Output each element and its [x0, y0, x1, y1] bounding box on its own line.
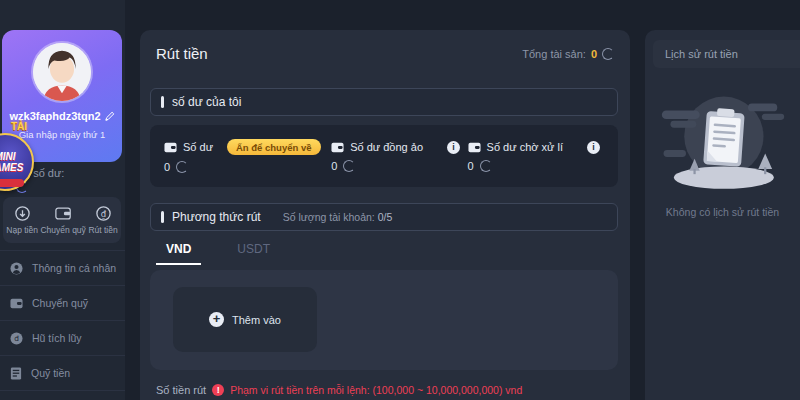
info-icon[interactable] — [587, 141, 600, 154]
balance-cards: Số dư Ấn để chuyển về 0 Số dư đồng ảo 0 — [150, 125, 618, 187]
mini-games-badge[interactable]: MINI GAMES — [0, 133, 34, 191]
account-count: Số lượng tài khoản: 0/5 — [283, 211, 393, 223]
balance-card-pending: Số dư chờ xử lí 0 — [468, 125, 604, 187]
menu-label: Thông tin cá nhân — [32, 262, 116, 274]
svg-text:đ: đ — [14, 334, 19, 343]
avatar — [33, 43, 91, 101]
refresh-icon[interactable] — [480, 160, 492, 172]
withdraw-icon: ₫ — [95, 205, 112, 222]
warning-icon — [212, 384, 224, 396]
total-assets-row: Tổng tài sản: 0 — [522, 48, 614, 60]
balance-section-header: số dư của tôi — [150, 88, 618, 116]
balance-label: Số dư chờ xử lí — [487, 141, 563, 153]
wallet-icon — [331, 142, 344, 153]
total-assets-value: 0 — [591, 48, 597, 60]
transfer-back-button[interactable]: Ấn để chuyển về — [227, 139, 321, 155]
balance-card-main: Số dư Ấn để chuyển về 0 — [164, 125, 331, 187]
sidebar-item-transfer[interactable]: Chuyển quỹ — [0, 286, 125, 321]
empty-history-text: Không có lịch sử rút tiền — [645, 206, 800, 218]
withdraw-action[interactable]: ₫ Rút tiền — [88, 205, 117, 235]
badge-ribbon — [0, 179, 24, 187]
balance-label: Số dư đồng ảo — [350, 141, 423, 153]
withdraw-amount-row: Số tiền rút Phạm vi rút tiền trên mỗi lệ… — [156, 384, 522, 396]
profile-card: wzk3faphdz3tqn2 Gia nhập ngày thứ 1 TẢI … — [2, 30, 122, 162]
transfer-action[interactable]: Chuyển quỹ — [40, 205, 85, 235]
balance-section-title: số dư của tôi — [172, 95, 241, 109]
menu-label: Chuyển quỹ — [32, 297, 88, 309]
avatar-illustration — [33, 43, 91, 101]
currency-tabs: VND USDT — [156, 238, 280, 260]
sidebar: wzk3faphdz3tqn2 Gia nhập ngày thứ 1 TẢI … — [0, 0, 125, 400]
info-icon[interactable] — [447, 141, 460, 154]
tab-vnd[interactable]: VND — [156, 238, 201, 260]
accent-bar — [161, 211, 164, 223]
total-assets-label: Tổng tài sản: — [522, 48, 586, 60]
menu-label: Quỹ tiền — [31, 367, 70, 379]
withdraw-label: Rút tiền — [88, 225, 117, 235]
deposit-label: Nạp tiền — [6, 225, 38, 235]
svg-text:₫: ₫ — [100, 209, 106, 219]
account-count-value: 0/5 — [378, 211, 393, 223]
quick-actions: Nạp tiền Chuyển quỹ ₫ Rút tiền — [3, 197, 121, 243]
add-account-button[interactable]: Thêm vào — [173, 287, 317, 352]
page-title: Rút tiền — [156, 45, 208, 62]
balance-value: 0 — [468, 160, 474, 172]
transfer-icon — [55, 205, 72, 222]
amount-warning-text: Phạm vi rút tiền trên mỗi lệnh: (100,000… — [230, 384, 522, 396]
balance-card-virtual: Số dư đồng ảo 0 — [331, 125, 467, 187]
edit-username-icon[interactable] — [105, 111, 115, 123]
main-panel: Rút tiền Tổng tài sản: 0 số dư của tôi S… — [140, 30, 630, 400]
download-label[interactable]: TẢI — [11, 121, 27, 132]
deposit-icon — [14, 205, 31, 222]
sidebar-item-jackpot[interactable]: đ Hũ tích lũy — [0, 321, 125, 356]
deposit-action[interactable]: Nạp tiền — [6, 205, 38, 235]
refresh-icon[interactable] — [602, 48, 614, 60]
card-icon — [10, 298, 23, 309]
account-count-label: Số lượng tài khoản: — [283, 211, 375, 223]
transfer-label: Chuyển quỹ — [40, 225, 85, 235]
withdrawal-page: wzk3faphdz3tqn2 Gia nhập ngày thứ 1 TẢI … — [0, 0, 800, 400]
history-panel: Lịch sử rút tiền Không có lịch s — [645, 30, 800, 400]
history-title: Lịch sử rút tiền — [665, 48, 738, 60]
jar-icon: đ — [10, 332, 23, 345]
menu-label: Hũ tích lũy — [32, 332, 82, 344]
balance-value: 0 — [331, 160, 337, 172]
balance-label: Số dư — [183, 141, 213, 153]
method-section-header: Phương thức rút Số lượng tài khoản: 0/5 — [150, 203, 618, 231]
badge-line1: MINI — [0, 151, 16, 162]
refresh-icon[interactable] — [176, 161, 188, 173]
badge-line2: GAMES — [0, 162, 23, 173]
sidebar-item-funds[interactable]: Quỹ tiền — [0, 356, 125, 391]
withdraw-methods-panel: Thêm vào — [150, 270, 618, 370]
amount-label: Số tiền rút — [156, 384, 206, 396]
empty-history-illustration — [657, 88, 789, 200]
sidebar-item-profile[interactable]: Thông tin cá nhân — [0, 251, 125, 286]
plus-icon — [209, 312, 224, 327]
method-section-title: Phương thức rút — [172, 210, 261, 224]
add-account-label: Thêm vào — [232, 314, 281, 326]
tab-usdt[interactable]: USDT — [227, 238, 280, 260]
accent-bar — [161, 96, 164, 108]
user-icon — [10, 262, 23, 275]
fund-icon — [10, 367, 22, 380]
wallet-icon — [164, 142, 177, 153]
balance-value: 0 — [164, 161, 170, 173]
sidebar-menu: Thông tin cá nhân Chuyển quỹ đ Hũ tích l… — [0, 250, 125, 391]
refresh-icon[interactable] — [343, 160, 355, 172]
wallet-icon — [468, 142, 481, 153]
history-header: Lịch sử rút tiền — [653, 40, 800, 68]
